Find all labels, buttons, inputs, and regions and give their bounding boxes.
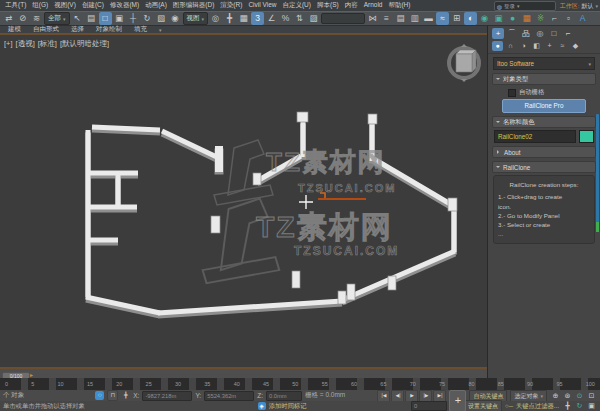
asset-tracking-icon[interactable]: ※ bbox=[534, 12, 547, 25]
named-selection-edit-icon[interactable]: ▨ bbox=[307, 12, 320, 25]
ribbon-toggle-icon[interactable]: ▬ bbox=[422, 12, 435, 25]
selection-filter-dropdown[interactable]: 全部▾ bbox=[44, 12, 70, 25]
curve-editor-icon[interactable]: ≈ bbox=[436, 12, 449, 25]
railclone-pro-button[interactable]: RailClone Pro bbox=[502, 99, 586, 113]
menu-item[interactable]: 脚本(S) bbox=[314, 1, 342, 10]
go-to-start-button[interactable]: |◀ bbox=[377, 390, 390, 402]
named-selection-field[interactable] bbox=[321, 13, 365, 24]
menu-item[interactable]: 自定义(U) bbox=[279, 1, 314, 10]
time-tag-label[interactable]: 添加时间标记 bbox=[269, 402, 307, 411]
play-button[interactable]: ▶ bbox=[405, 390, 418, 402]
select-and-place-icon[interactable]: ◉ bbox=[169, 12, 182, 25]
hierarchy-tab[interactable]: 品 bbox=[520, 28, 532, 39]
track-bar[interactable]: 0510152025303540455055606570758085909510… bbox=[0, 378, 600, 390]
menu-item[interactable]: 创建(C) bbox=[79, 1, 107, 10]
x-coordinate-field[interactable]: -9827.218m bbox=[142, 391, 192, 401]
panel-scrollbar[interactable] bbox=[596, 114, 599, 226]
utilities-hammer-icon[interactable]: ⌐ bbox=[548, 12, 561, 25]
object-name-field[interactable]: RailClone02 bbox=[494, 130, 576, 143]
zoom-extents-icon[interactable]: ⊙ bbox=[574, 391, 585, 401]
ribbon-tab[interactable]: 对象绘制 bbox=[96, 25, 122, 34]
viewcube[interactable] bbox=[449, 44, 479, 82]
zoom-region-icon[interactable]: ⊡ bbox=[586, 391, 597, 401]
menu-item[interactable]: 动画(A) bbox=[142, 1, 170, 10]
menu-item[interactable]: 组(G) bbox=[29, 1, 51, 10]
y-coordinate-field[interactable]: 5524.362m bbox=[204, 391, 254, 401]
go-to-end-button[interactable]: ▶| bbox=[433, 390, 446, 402]
zoom-icon[interactable]: ⊕ bbox=[550, 391, 561, 401]
spacewarps-subtab[interactable]: ≈ bbox=[557, 41, 568, 51]
isolate-selection-toggle[interactable]: ◌ bbox=[95, 391, 104, 400]
signin-dropdown[interactable]: ◍ 登录 ▾ bbox=[494, 1, 556, 11]
perspective-viewport[interactable]: [+] [透视] [标准] [默认明暗处理] TZ素材网 TZSUCAI.COM… bbox=[0, 37, 487, 367]
menu-item[interactable]: 视图(V) bbox=[51, 1, 79, 10]
next-frame-button[interactable]: |▶ bbox=[419, 390, 432, 402]
rollout-name-color[interactable]: 名称和颜色 bbox=[492, 116, 596, 128]
utilities-tab[interactable]: ⌐ bbox=[562, 28, 574, 39]
ribbon-tab[interactable]: 选择 bbox=[71, 25, 84, 34]
spinner-snap-icon[interactable]: ⇅ bbox=[293, 12, 306, 25]
layer-manager-icon[interactable]: ▤ bbox=[394, 12, 407, 25]
menu-item[interactable]: 修改器(M) bbox=[107, 1, 142, 10]
set-key-button[interactable]: + bbox=[449, 390, 466, 411]
systems-subtab[interactable]: ◆ bbox=[570, 41, 581, 51]
ribbon-tab[interactable]: 建模 bbox=[8, 25, 21, 34]
category-dropdown[interactable]: Itoo Software ▾ bbox=[493, 57, 595, 70]
selection-region-icon[interactable]: □ bbox=[99, 12, 112, 25]
menu-item[interactable]: 渲染(R) bbox=[217, 1, 245, 10]
unlink-selection-icon[interactable]: ⊘ bbox=[16, 12, 29, 25]
orbit-icon[interactable]: ↻ bbox=[574, 401, 585, 411]
display-tab[interactable]: □ bbox=[548, 28, 560, 39]
scene-explorer-icon[interactable]: ▥ bbox=[408, 12, 421, 25]
reference-coordinate-dropdown[interactable]: 视图▾ bbox=[183, 12, 209, 25]
ribbon-tab[interactable]: 填充 bbox=[134, 25, 147, 34]
rollout-object-type[interactable]: 对象类型 bbox=[492, 73, 596, 85]
menu-item[interactable]: Civil View bbox=[245, 1, 279, 10]
object-color-swatch[interactable] bbox=[579, 130, 594, 143]
current-time-field[interactable]: 0 bbox=[411, 401, 447, 411]
key-filters-button[interactable]: 关键点过滤器... bbox=[516, 402, 559, 411]
pan-icon[interactable]: ╋ bbox=[562, 401, 573, 411]
cameras-subtab[interactable]: ◧ bbox=[531, 41, 542, 51]
bind-to-spacewarp-icon[interactable]: ≋ bbox=[30, 12, 43, 25]
rollout-about[interactable]: About bbox=[492, 146, 596, 158]
key-mode-dropdown[interactable]: 选定对象 ▾ bbox=[510, 390, 547, 402]
set-key-mode-button[interactable]: 设置关键点 bbox=[464, 400, 502, 411]
angle-snap-icon[interactable]: ∠ bbox=[265, 12, 278, 25]
use-pivot-center-icon[interactable]: ◎ bbox=[209, 12, 222, 25]
snap-toggle-icon[interactable]: 3 bbox=[251, 12, 264, 25]
workspace-dropdown[interactable]: 工作区: 默认 ▾ bbox=[560, 2, 598, 11]
create-tab[interactable]: + bbox=[492, 28, 504, 39]
percent-snap-icon[interactable]: % bbox=[279, 12, 292, 25]
isolate-none-icon[interactable]: ▫ bbox=[562, 12, 575, 25]
select-and-rotate-icon[interactable]: ↻ bbox=[141, 12, 154, 25]
select-and-move-icon[interactable]: ┼ bbox=[127, 12, 140, 25]
autogrid-checkbox[interactable] bbox=[508, 89, 516, 97]
material-editor-icon[interactable]: ◐ bbox=[464, 12, 477, 25]
ribbon-tab[interactable]: 自由形式 bbox=[33, 25, 59, 34]
modify-tab[interactable]: ⌒ bbox=[506, 28, 518, 39]
time-tag-icon[interactable]: ◈ bbox=[258, 402, 266, 410]
viewport-shading-button[interactable]: [默认明暗处理] bbox=[60, 39, 109, 49]
window-crossing-icon[interactable]: ▣ bbox=[113, 12, 126, 25]
schematic-view-icon[interactable]: ⊞ bbox=[450, 12, 463, 25]
viewport-view-button[interactable]: [透视] bbox=[16, 39, 35, 49]
select-and-scale-icon[interactable]: ▧ bbox=[155, 12, 168, 25]
menu-item[interactable]: 内容 bbox=[342, 1, 361, 10]
shapes-subtab[interactable]: ∩ bbox=[505, 41, 516, 51]
select-and-manipulate-icon[interactable]: ╋ bbox=[223, 12, 236, 25]
z-coordinate-field[interactable]: 0.0mm bbox=[266, 391, 302, 401]
helpers-subtab[interactable]: + bbox=[544, 41, 555, 51]
select-object-icon[interactable]: ↖ bbox=[71, 12, 84, 25]
align-icon[interactable]: ≡ bbox=[380, 12, 393, 25]
rollout-railclone[interactable]: RailClone bbox=[492, 161, 596, 173]
state-sets-icon[interactable]: ▦ bbox=[520, 12, 533, 25]
select-and-link-icon[interactable]: ⇄ bbox=[2, 12, 15, 25]
previous-frame-button[interactable]: ◀| bbox=[391, 390, 404, 402]
keyboard-override-icon[interactable]: ▦ bbox=[237, 12, 250, 25]
viewport-standard-button[interactable]: [标准] bbox=[38, 39, 57, 49]
motion-tab[interactable]: ◎ bbox=[534, 28, 546, 39]
maximize-viewport-icon[interactable]: ▣ bbox=[586, 401, 597, 411]
ribbon-options-icon[interactable]: ▾ bbox=[159, 27, 162, 33]
geometry-subtab[interactable]: ● bbox=[492, 41, 503, 51]
